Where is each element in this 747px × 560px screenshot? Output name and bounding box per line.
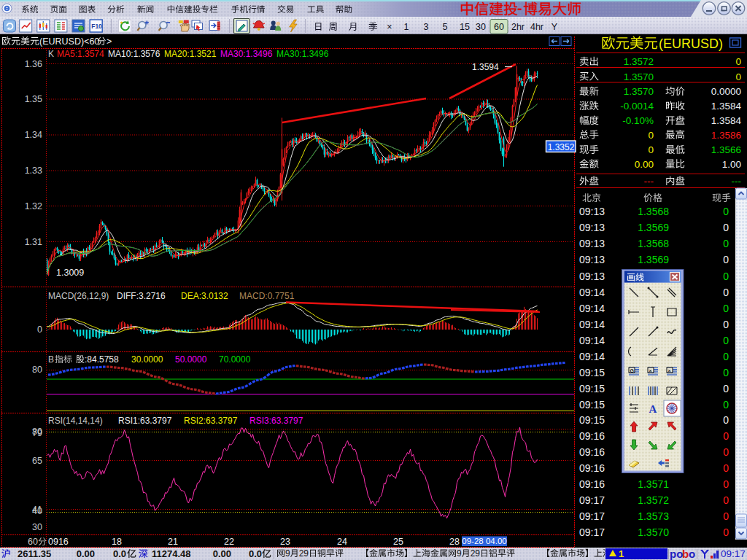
svg-text:0.00: 0.00 <box>635 159 654 170</box>
svg-text:0: 0 <box>648 130 654 141</box>
svg-text:1.3594: 1.3594 <box>472 62 499 72</box>
svg-text:3: 3 <box>424 22 429 32</box>
svg-text:MACD(26,12,9): MACD(26,12,9) <box>48 291 109 301</box>
svg-text:1.00: 1.00 <box>722 159 741 170</box>
svg-text:Y: Y <box>551 22 558 32</box>
svg-text:0: 0 <box>723 319 729 330</box>
svg-text:18: 18 <box>112 537 122 547</box>
svg-text:A: A <box>649 403 657 415</box>
svg-text:0: 0 <box>723 271 729 282</box>
svg-text:0: 0 <box>723 383 729 394</box>
svg-text:0916: 0916 <box>48 537 69 547</box>
svg-text:1.3566: 1.3566 <box>711 144 741 155</box>
svg-text:0: 0 <box>735 71 741 82</box>
svg-text:×: × <box>387 22 392 32</box>
svg-text:---: --- <box>644 176 654 187</box>
svg-text:1.3569: 1.3569 <box>638 222 669 233</box>
svg-text:0: 0 <box>723 335 729 346</box>
svg-text:09:13: 09:13 <box>579 271 605 282</box>
svg-text:(EURUSD): (EURUSD) <box>659 36 723 51</box>
svg-text:0: 0 <box>723 351 729 362</box>
svg-text:0: 0 <box>723 478 729 490</box>
svg-text:1.3009: 1.3009 <box>56 268 84 278</box>
svg-text:0: 0 <box>37 324 42 335</box>
svg-text:09:16: 09:16 <box>579 462 605 474</box>
svg-text:0: 0 <box>723 430 729 442</box>
svg-text:09:17: 09:17 <box>721 548 746 559</box>
svg-text:25: 25 <box>393 537 403 547</box>
svg-text:1.31: 1.31 <box>25 237 42 247</box>
svg-text:0: 0 <box>735 56 741 67</box>
svg-text:1.3570: 1.3570 <box>638 526 669 538</box>
svg-text:30: 30 <box>32 522 42 532</box>
svg-text:1.3572: 1.3572 <box>624 56 654 67</box>
svg-text:09:14: 09:14 <box>579 319 605 330</box>
svg-text:0: 0 <box>723 367 729 378</box>
svg-text:0: 0 <box>723 303 729 314</box>
svg-text:0: 0 <box>723 526 729 538</box>
svg-text:1.3586: 1.3586 <box>711 130 741 141</box>
svg-text:09:17: 09:17 <box>579 510 605 522</box>
svg-text:09:13: 09:13 <box>579 206 605 217</box>
svg-text:30: 30 <box>476 22 486 32</box>
svg-text:0: 0 <box>648 144 654 155</box>
svg-text:4hr: 4hr <box>530 22 543 32</box>
svg-text:0: 0 <box>723 494 729 506</box>
svg-text:09:15: 09:15 <box>579 399 605 411</box>
svg-text:×: × <box>649 368 652 373</box>
svg-text:0: 0 <box>723 510 729 522</box>
svg-text:0: 0 <box>723 206 729 217</box>
svg-text:09:17: 09:17 <box>579 494 605 506</box>
svg-text:RSI1:63.3797: RSI1:63.3797 <box>118 416 172 426</box>
svg-text:>: > <box>107 36 112 47</box>
svg-text:70.0000: 70.0000 <box>219 354 251 365</box>
svg-text:o: o <box>689 548 695 560</box>
svg-text:1.3570: 1.3570 <box>624 86 654 97</box>
svg-text:MA5:1.3574: MA5:1.3574 <box>57 49 104 59</box>
svg-text:po: po <box>670 548 683 560</box>
svg-text:24: 24 <box>337 537 347 547</box>
svg-text:65: 65 <box>32 456 42 466</box>
svg-text:9: 9 <box>285 548 290 559</box>
svg-text:0.00: 0.00 <box>213 548 231 559</box>
svg-text:1: 1 <box>619 548 624 559</box>
svg-text:1.35: 1.35 <box>25 94 42 104</box>
svg-text:0: 0 <box>723 414 729 426</box>
svg-text:23: 23 <box>280 537 290 547</box>
svg-text:MACD:0.7751: MACD:0.7751 <box>239 291 295 301</box>
svg-text:1.3568: 1.3568 <box>638 238 669 249</box>
svg-text:1.3569: 1.3569 <box>638 254 669 265</box>
svg-text:0.0000: 0.0000 <box>711 86 741 97</box>
svg-text:0: 0 <box>723 254 729 265</box>
svg-text:09:14: 09:14 <box>579 287 605 298</box>
svg-text:09:14: 09:14 <box>579 335 605 346</box>
svg-text:09:16: 09:16 <box>579 478 605 490</box>
svg-text:09:14: 09:14 <box>579 351 605 362</box>
svg-text:1.3572: 1.3572 <box>638 494 669 506</box>
svg-text:1.3571: 1.3571 <box>638 478 669 490</box>
svg-text:15: 15 <box>460 22 470 32</box>
svg-text:RSI(14,14,14): RSI(14,14,14) <box>48 416 103 426</box>
svg-text:28: 28 <box>449 537 460 547</box>
svg-text:0.0: 0.0 <box>249 548 262 559</box>
svg-text:09:17: 09:17 <box>579 526 605 538</box>
svg-text:1.34: 1.34 <box>25 130 42 140</box>
svg-text:1.3568: 1.3568 <box>638 206 669 217</box>
svg-text:09:16: 09:16 <box>579 430 605 442</box>
svg-text:1.33: 1.33 <box>25 166 42 176</box>
svg-text:09:13: 09:13 <box>579 222 605 233</box>
svg-text:---: --- <box>732 176 742 187</box>
svg-text:09:15: 09:15 <box>579 367 605 378</box>
svg-text:0: 0 <box>723 446 729 458</box>
svg-text:B: B <box>48 354 54 365</box>
svg-text:80: 80 <box>32 365 42 375</box>
svg-text:9: 9 <box>457 548 462 559</box>
svg-text:0: 0 <box>723 238 729 249</box>
svg-text:1.32: 1.32 <box>25 201 42 211</box>
svg-text:-: - <box>517 0 522 16</box>
svg-text:RSI3:63.3797: RSI3:63.3797 <box>249 416 303 426</box>
svg-text:0.00: 0.00 <box>77 548 95 559</box>
svg-text:MA10:1.3576: MA10:1.3576 <box>108 49 160 59</box>
svg-text:5: 5 <box>443 22 448 32</box>
svg-text:09:16: 09:16 <box>579 446 605 458</box>
